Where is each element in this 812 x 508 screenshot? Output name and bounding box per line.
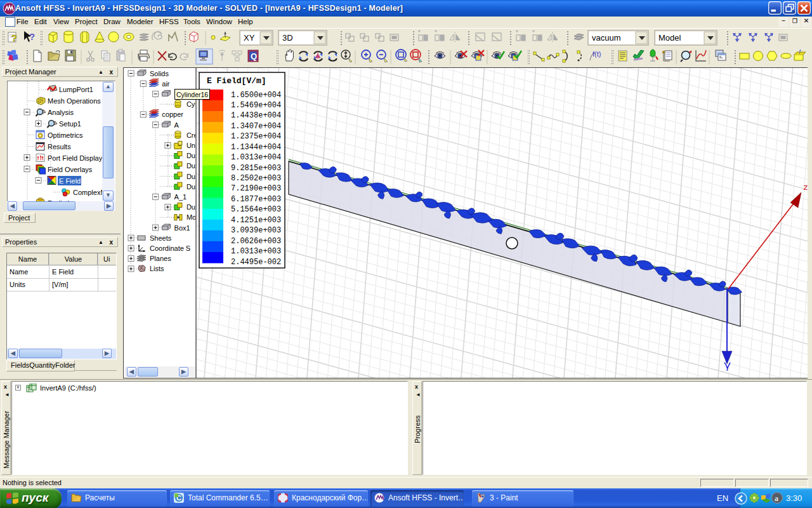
svg-text:E Field[V/m]: E Field[V/m] (207, 76, 266, 86)
svg-text:1.6500e+004: 1.6500e+004 (231, 91, 281, 100)
svg-text:A_1: A_1 (174, 193, 187, 201)
svg-text:Q: Q (251, 51, 257, 61)
svg-text:Setup1: Setup1 (59, 120, 81, 128)
svg-text:3.0939e+003: 3.0939e+003 (231, 226, 281, 235)
svg-text:Duplicate: Duplicate (187, 152, 195, 159)
svg-text:Analysis: Analysis (48, 109, 74, 116)
svg-text:Sheets: Sheets (150, 234, 172, 242)
svg-text:z: z (803, 183, 808, 192)
svg-text:6.1877e+003: 6.1877e+003 (231, 195, 281, 204)
svg-text:5.1564e+003: 5.1564e+003 (231, 205, 281, 214)
svg-text:Duplicate: Duplicate (187, 183, 195, 190)
svg-text:7.2190e+003: 7.2190e+003 (231, 184, 281, 193)
svg-text:ƒ: ƒ (799, 48, 801, 54)
svg-text:3D: 3D (282, 33, 293, 43)
svg-text:4.1251e+003: 4.1251e+003 (231, 216, 281, 225)
svg-text:Mesh Operations: Mesh Operations (48, 97, 101, 105)
svg-text:Port Field Display: Port Field Display (48, 154, 103, 162)
svg-text:Planes: Planes (150, 255, 171, 262)
svg-text:Model: Model (658, 33, 681, 43)
svg-text:vacuum: vacuum (592, 33, 621, 43)
svg-text:1.0313e+003: 1.0313e+003 (231, 247, 281, 256)
svg-text:Unite: Unite (187, 142, 195, 149)
svg-text:Coordinate S: Coordinate S (150, 244, 190, 252)
svg-text:Duplicate: Duplicate (187, 203, 195, 211)
svg-text:a: a (775, 494, 778, 503)
svg-text:Solids: Solids (150, 70, 169, 77)
svg-text:Duplicate: Duplicate (187, 162, 195, 170)
svg-text:1.1344e+004: 1.1344e+004 (231, 143, 281, 152)
svg-text:1.0313e+004: 1.0313e+004 (231, 153, 281, 162)
svg-text:XY: XY (244, 33, 255, 43)
svg-text:1.5469e+004: 1.5469e+004 (231, 101, 281, 110)
svg-text:Duplicate: Duplicate (187, 173, 195, 180)
svg-text:Results: Results (48, 143, 71, 150)
svg-text:Box1: Box1 (174, 224, 190, 232)
svg-text:copper: copper (162, 110, 183, 118)
svg-text:Field Overlays: Field Overlays (48, 166, 93, 173)
svg-text:1.3407e+004: 1.3407e+004 (231, 122, 281, 131)
svg-text:E Field: E Field (59, 177, 81, 185)
svg-text:?: ? (29, 31, 35, 42)
svg-text:f(t): f(t) (593, 50, 601, 58)
svg-text:2.0626e+003: 2.0626e+003 (231, 237, 281, 246)
svg-text:2.4495e-002: 2.4495e-002 (231, 258, 281, 267)
svg-text:9.2815e+003: 9.2815e+003 (231, 164, 281, 173)
svg-text:air: air (162, 80, 170, 88)
svg-text:1.2375e+004: 1.2375e+004 (231, 132, 281, 141)
svg-text:?: ? (11, 32, 17, 43)
svg-text:LumpPort1: LumpPort1 (59, 86, 93, 93)
svg-text:Move: Move (187, 213, 195, 221)
svg-text:CreateCyl: CreateCyl (187, 131, 195, 139)
svg-text:Lists: Lists (150, 265, 164, 272)
svg-text:Optimetrics: Optimetrics (48, 131, 83, 139)
svg-text:Cylinder16: Cylinder16 (187, 100, 195, 108)
svg-text:8.2502e+003: 8.2502e+003 (231, 174, 281, 183)
svg-text:A: A (174, 121, 180, 129)
svg-text:1.4438e+004: 1.4438e+004 (231, 111, 281, 120)
